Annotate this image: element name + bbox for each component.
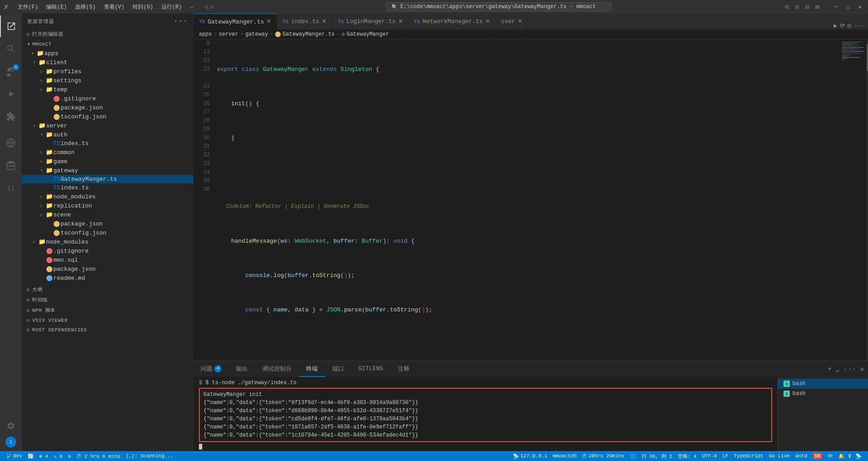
sidebar-menu[interactable]: ··· [174,17,188,25]
status-live[interactable]: Go Live [766,451,793,461]
project-section[interactable]: ▾ MMOACT [22,39,193,49]
status-warnings[interactable]: ⚠ 0 [51,451,66,461]
tree-item-mmo-sql[interactable]: ⬤ mmo.sql [22,255,193,264]
address-bar[interactable]: 🔍 E:\code\mmoact\apps\server\gateway\Gat… [386,2,612,11]
debug-icon[interactable]: ⟳ [840,22,845,29]
tree-item-tsconfig-server[interactable]: ⬤ tsconfig.json [22,228,193,237]
status-encoding[interactable]: UTF-8 [699,451,720,461]
panel-more-btn[interactable]: ··· [844,365,857,373]
tree-item-replication[interactable]: ▷ 📁 replication [22,201,193,210]
tree-item-common[interactable]: ▷ 📁 common [22,148,193,157]
panel-tab-problems[interactable]: 问题 4 [193,361,229,377]
panel-tab-comments[interactable]: 注释 [391,361,417,377]
activity-explorer[interactable] [0,15,22,37]
breadcrumb-gateway[interactable]: gateway [245,31,268,38]
status-remote[interactable]: ⊙ [65,451,74,461]
panel-tab-gitlens[interactable]: GITLENS [351,361,391,377]
status-cursor-pos[interactable]: 行 36, 列 2 [639,451,675,461]
rust-section[interactable]: ▷RUST DEPENDENCIES [22,325,193,334]
panel-layout-btn[interactable]: ⌄ [835,365,840,374]
tree-item-node-modules-server[interactable]: ▷ 📁 node_modules [22,192,193,201]
activity-settings[interactable] [0,415,22,437]
timeline-section[interactable]: ▷时间线 [22,295,193,305]
tree-item-server[interactable]: ▾ 📁 server [22,121,193,130]
status-spaces[interactable]: 空格: 4 [675,451,699,461]
panel-add-btn[interactable]: + [827,365,832,373]
tree-item-gateway[interactable]: ▾ 📁 gateway [22,166,193,175]
vsix-section[interactable]: ▷VSIX VIEWER [22,315,193,325]
tab-close-loginmanger[interactable]: × [398,18,403,26]
run-icon[interactable]: ▶ [834,22,837,29]
close-button[interactable]: ✕ [855,2,864,11]
open-editors-section[interactable]: ▷ 打开的编辑器 [22,29,193,39]
menu-goto[interactable]: 转到(G) [129,2,157,12]
tab-close-index[interactable]: × [322,18,326,26]
activity-source-control[interactable]: 4 [0,61,22,82]
tree-item-package-server[interactable]: ⬤ package.json [22,219,193,228]
minimize-button[interactable]: ─ [832,2,841,11]
layout-icon-2[interactable]: ⊡ [793,3,801,11]
menu-file[interactable]: 文件(F) [14,2,42,12]
status-language[interactable]: TypeScript [731,451,766,461]
panel-tab-terminal[interactable]: 终端 [299,361,325,377]
status-errors[interactable]: ⊗ 4 [37,451,51,461]
nav-forward[interactable]: ▷ [211,3,214,10]
tree-item-index-gateway[interactable]: TS index.ts [22,183,193,192]
panel-tab-debug[interactable]: 调试控制台 [255,361,299,377]
status-duration[interactable]: ⏱ 28hrs 29mins [579,451,627,461]
tree-item-auth[interactable]: ▾ 📁 auth [22,130,193,139]
breadcrumb-server[interactable]: server [219,31,238,38]
tab-close-user[interactable]: × [518,18,523,26]
code-editor[interactable]: 8 13 22 23 · 24 25 26 27 28 29 30 31 32 … [193,39,868,361]
code-content[interactable]: export class GatewayManger extends Singl… [215,39,841,361]
tree-item-scene[interactable]: ▷ 📁 scene [22,210,193,219]
layout-icon-4[interactable]: ⊞ [814,3,821,11]
tree-item-apps[interactable]: ▾ 📁 apps [22,49,193,58]
activity-extensions[interactable] [0,106,22,127]
maximize-button[interactable]: ☐ [844,2,853,11]
menu-run[interactable]: 运行(R) [158,2,186,12]
terminal-bash-1[interactable]: $ bash [778,379,868,389]
tree-item-package-root[interactable]: ⬤ package.json [22,264,193,273]
menu-more[interactable]: … [187,2,197,12]
tree-item-index-auth[interactable]: TS index.ts [22,139,193,148]
activity-search[interactable] [0,38,22,60]
status-network[interactable]: 🌐 [627,451,639,461]
tree-item-readme[interactable]: ⬤ readme.md [22,273,193,282]
status-eol[interactable]: LF [720,451,731,461]
menu-view[interactable]: 查看(V) [100,2,128,12]
menu-edit[interactable]: 编辑(E) [42,2,71,12]
panel-close-btn[interactable]: ✕ [860,365,864,374]
terminal[interactable]: $ $ ts-node ./gateway/index.ts GatewayMa… [193,377,778,451]
activity-json[interactable]: {} [0,177,22,199]
status-antd[interactable]: antd [793,451,810,461]
tree-item-package-client[interactable]: ⬤ package.json [22,103,193,112]
tab-index[interactable]: TS index.ts × [277,14,332,29]
status-db[interactable]: mmoactdb [550,451,580,461]
status-icons-right[interactable]: 🔔 🎙 📡 [835,451,864,461]
tree-item-settings[interactable]: ▷ 📁 settings [22,76,193,85]
status-host[interactable]: 📡 127.0.0.1 [510,451,550,461]
status-branch[interactable]: dev [4,451,25,461]
terminal-bash-2[interactable]: $ bash [778,389,868,399]
tab-gatewaymanger[interactable]: TS GatewayManger.ts × [193,14,277,29]
nav-back[interactable]: ◁ [204,3,208,10]
split-icon[interactable]: ⊟ [848,22,851,29]
tab-close-networkmanager[interactable]: × [486,18,490,26]
tree-item-gitignore-client[interactable]: ⬤ .gitignore [22,94,193,103]
breadcrumb-filename[interactable]: GatewayManger.ts [283,31,335,38]
menu-select[interactable]: 选择(S) [71,2,99,12]
activity-run[interactable] [0,83,22,105]
layout-icon-1[interactable]: ⊟ [783,3,790,11]
tab-user[interactable]: user × [495,14,528,29]
tab-networkmanager[interactable]: TS NetworkManager.ts × [409,14,495,29]
status-scanning[interactable]: {.}: Scanning... [123,451,176,461]
tree-item-gitignore-root[interactable]: ⬤ .gitignore [22,246,193,255]
layout-icon-3[interactable]: ⊟ [803,3,811,11]
breadcrumb-apps[interactable]: apps [199,31,212,38]
tree-item-client[interactable]: ▾ 📁 client [22,58,193,67]
panel-tab-ports[interactable]: 端口 [325,361,351,377]
tree-item-temp[interactable]: ▷ 📁 temp [22,85,193,94]
tree-item-node-modules-root[interactable]: ▷ 📁 node_modules [22,237,193,246]
avatar[interactable]: 1 [5,437,16,447]
